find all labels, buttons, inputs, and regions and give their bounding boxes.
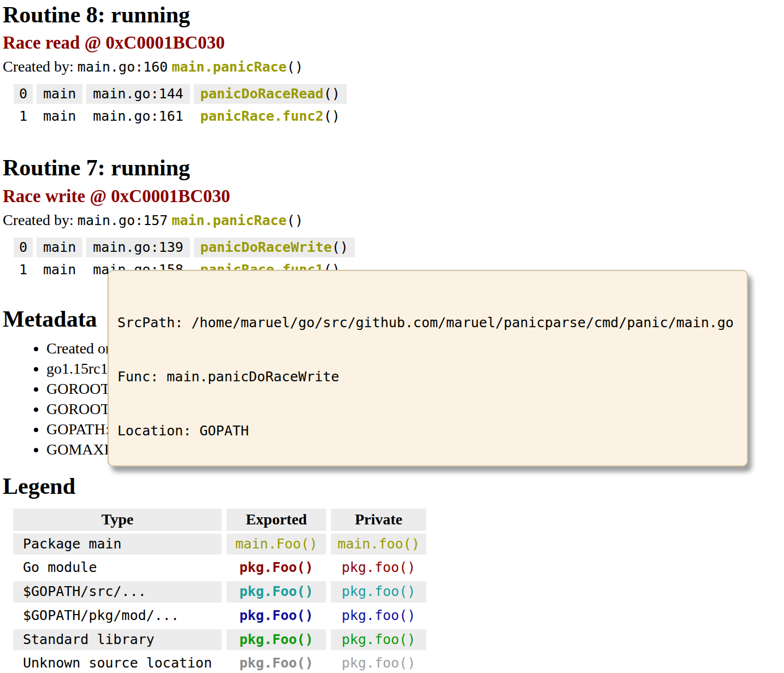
- legend-private-cell: main.foo(): [331, 534, 426, 555]
- legend-header-private: Private: [331, 509, 426, 530]
- created-by-label: Created by:: [3, 58, 74, 75]
- legend-row: Go module pkg.Foo() pkg.foo(): [13, 557, 426, 578]
- frame-package: main: [37, 260, 82, 280]
- function-tooltip: SrcPath: /home/maruel/go/src/github.com/…: [108, 270, 748, 467]
- frame-source-line: main.go:161: [86, 107, 190, 126]
- legend-header-exported: Exported: [227, 509, 326, 530]
- legend-type-cell: Package main: [13, 534, 222, 555]
- tooltip-location-line: Location: GOPATH: [117, 422, 734, 440]
- function-parens: (): [287, 59, 303, 75]
- frame-source-line: main.go:139: [86, 238, 190, 257]
- function-parens: (): [332, 239, 348, 255]
- race-annotation: Race write @ 0xC0001BC030: [3, 186, 784, 206]
- legend-exported-cell: pkg.Foo(): [227, 605, 326, 627]
- source-line: main.go:157: [78, 212, 168, 228]
- legend-type-cell: Standard library: [13, 629, 222, 651]
- frame-package: main: [37, 238, 82, 257]
- function-name[interactable]: main.panicRace: [171, 212, 287, 228]
- legend-row: $GOPATH/pkg/mod/... pkg.Foo() pkg.foo(): [13, 605, 426, 627]
- function-parens: (): [324, 86, 340, 102]
- legend-private-cell: pkg.foo(): [331, 605, 426, 627]
- legend-header-row: Type Exported Private: [13, 509, 426, 530]
- routine-8-section: Routine 8: running Race read @ 0xC0001BC…: [3, 2, 784, 129]
- frame-call: panicRace.func2(): [194, 107, 347, 126]
- legend-heading: Legend: [3, 474, 784, 499]
- source-line: main.go:160: [78, 59, 168, 75]
- routine-heading: Routine 7: running: [3, 155, 784, 180]
- legend-row: Unknown source location pkg.Foo() pkg.fo…: [13, 653, 426, 673]
- stack-frame-row: 0 main main.go:144 panicDoRaceRead(): [14, 84, 347, 104]
- legend-type-cell: $GOPATH/src/...: [13, 581, 222, 603]
- legend-table: Type Exported Private Package main main.…: [8, 506, 431, 673]
- legend-private-cell: pkg.foo(): [331, 653, 426, 673]
- legend-exported-cell: pkg.Foo(): [227, 629, 326, 651]
- frame-index: 1: [14, 260, 33, 280]
- legend-exported-cell: pkg.Foo(): [227, 557, 326, 578]
- legend-type-cell: Go module: [13, 557, 222, 578]
- routine-7-section: Routine 7: running Race write @ 0xC0001B…: [3, 155, 784, 282]
- frame-index: 1: [14, 107, 33, 126]
- legend-row: $GOPATH/src/... pkg.Foo() pkg.foo(): [13, 581, 426, 603]
- legend-header-type: Type: [13, 509, 222, 530]
- frame-call: panicDoRaceWrite(): [194, 238, 355, 257]
- legend-type-cell: Unknown source location: [13, 653, 222, 673]
- legend-private-cell: pkg.foo(): [331, 629, 426, 651]
- created-by-label: Created by:: [3, 211, 74, 228]
- function-name[interactable]: panicDoRaceWrite: [200, 239, 332, 255]
- race-annotation: Race read @ 0xC0001BC030: [3, 33, 784, 52]
- created-by-line: Created by: main.go:157 main.panicRace(): [3, 210, 784, 229]
- frame-package: main: [37, 107, 82, 126]
- frame-package: main: [37, 84, 82, 104]
- stack-frame-row: 0 main main.go:139 panicDoRaceWrite(): [14, 238, 355, 257]
- routine-heading: Routine 8: running: [3, 2, 784, 27]
- legend-private-cell: pkg.foo(): [331, 581, 426, 603]
- stack-trace-table: 0 main main.go:144 panicDoRaceRead() 1 m…: [10, 81, 351, 129]
- legend-row: Package main main.Foo() main.foo(): [13, 534, 426, 555]
- frame-call: panicDoRaceRead(): [194, 84, 347, 104]
- tooltip-func-line: Func: main.panicDoRaceWrite: [117, 368, 734, 386]
- function-name[interactable]: main.panicRace: [171, 59, 287, 75]
- function-name[interactable]: panicRace.func2: [200, 108, 324, 124]
- frame-index: 0: [14, 84, 33, 104]
- legend-type-cell: $GOPATH/pkg/mod/...: [13, 605, 222, 627]
- frame-index: 0: [14, 238, 33, 257]
- function-parens: (): [287, 212, 303, 228]
- function-name[interactable]: panicDoRaceRead: [200, 86, 324, 102]
- legend-exported-cell: main.Foo(): [227, 534, 326, 555]
- frame-source-line: main.go:144: [86, 84, 190, 104]
- legend-private-cell: pkg.foo(): [331, 557, 426, 578]
- legend-exported-cell: pkg.Foo(): [227, 581, 326, 603]
- legend-row: Standard library pkg.Foo() pkg.foo(): [13, 629, 426, 651]
- function-parens: (): [324, 108, 340, 124]
- tooltip-srcpath-line: SrcPath: /home/maruel/go/src/github.com/…: [117, 314, 734, 332]
- legend-exported-cell: pkg.Foo(): [227, 653, 326, 673]
- stack-frame-row: 1 main main.go:161 panicRace.func2(): [14, 107, 347, 126]
- created-by-line: Created by: main.go:160 main.panicRace(): [3, 57, 784, 76]
